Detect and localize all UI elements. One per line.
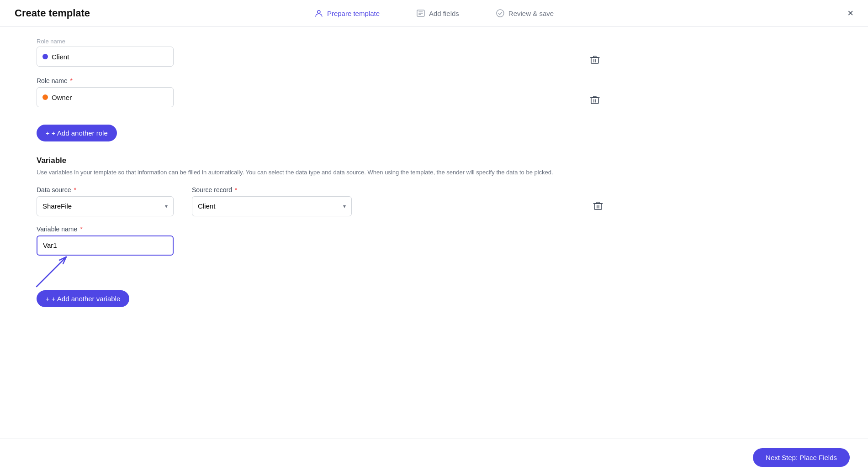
- next-step-button[interactable]: Next Step: Place Fields: [753, 448, 850, 467]
- add-another-variable-button[interactable]: + + Add another variable: [37, 290, 129, 307]
- data-source-required-star: *: [74, 186, 76, 194]
- source-record-chevron-icon: ▾: [343, 203, 346, 209]
- svg-point-0: [318, 10, 320, 13]
- bottom-bar: Next Step: Place Fields: [0, 439, 868, 476]
- source-record-group: Source record * Client ▾: [192, 186, 352, 216]
- variable-section: Variable Use variables in your template …: [37, 156, 603, 307]
- page-title: Create template: [15, 7, 90, 19]
- data-fields-row: Data source * ShareFile ▾ Source record …: [37, 186, 593, 216]
- svg-rect-12: [594, 204, 602, 209]
- client-dot: [42, 54, 48, 59]
- source-record-select[interactable]: Client ▾: [192, 196, 352, 216]
- delete-client-button[interactable]: [587, 52, 603, 68]
- data-source-group: Data source * ShareFile ▾: [37, 186, 174, 216]
- source-record-label: Source record *: [192, 186, 352, 194]
- variable-name-required-star: *: [80, 225, 82, 233]
- main-content: Role name Client: [0, 27, 640, 344]
- page-header: Create template Prepare template: [0, 0, 868, 27]
- variable-description: Use variables in your template so that i…: [37, 168, 603, 177]
- variable-name-input[interactable]: [37, 235, 174, 256]
- review-icon: [496, 9, 505, 18]
- arrow-annotation: [27, 255, 73, 291]
- variable-title: Variable: [37, 156, 603, 165]
- step-prepare[interactable]: Prepare template: [314, 9, 380, 18]
- step-add-fields[interactable]: Add fields: [416, 9, 459, 18]
- role-name-label: Role name *: [37, 77, 579, 84]
- role-name-faded-label: Role name: [37, 38, 579, 45]
- add-fields-icon: [416, 9, 425, 18]
- svg-rect-6: [591, 58, 598, 63]
- add-another-role-button[interactable]: + + Add another role: [37, 125, 117, 141]
- step-prepare-label: Prepare template: [327, 10, 380, 17]
- role-name-required-star: *: [70, 77, 73, 84]
- step-add-fields-label: Add fields: [429, 10, 459, 17]
- variable-name-section: Variable name *: [37, 225, 603, 256]
- data-source-label: Data source *: [37, 186, 174, 194]
- add-variable-plus-icon: +: [46, 295, 50, 303]
- svg-rect-9: [591, 98, 598, 104]
- variable-name-label: Variable name *: [37, 225, 603, 233]
- add-role-plus-icon: +: [46, 129, 50, 137]
- svg-point-5: [497, 10, 504, 17]
- data-source-chevron-icon: ▾: [165, 203, 168, 209]
- owner-role-section: Role name * Owner: [37, 77, 603, 108]
- steps-nav: Prepare template Add fields: [314, 9, 554, 18]
- owner-dot: [42, 94, 48, 100]
- source-record-required-star: *: [235, 186, 237, 194]
- step-review-label: Review & save: [508, 10, 554, 17]
- owner-role-input[interactable]: Owner: [37, 87, 174, 107]
- delete-owner-button[interactable]: [587, 92, 603, 108]
- client-role-section: Role name Client: [37, 38, 603, 68]
- step-review[interactable]: Review & save: [496, 9, 554, 18]
- delete-variable-button[interactable]: [593, 201, 603, 212]
- close-button[interactable]: ×: [847, 8, 853, 18]
- client-role-input[interactable]: Client: [37, 47, 174, 67]
- data-source-select[interactable]: ShareFile ▾: [37, 196, 174, 216]
- prepare-icon: [314, 9, 323, 18]
